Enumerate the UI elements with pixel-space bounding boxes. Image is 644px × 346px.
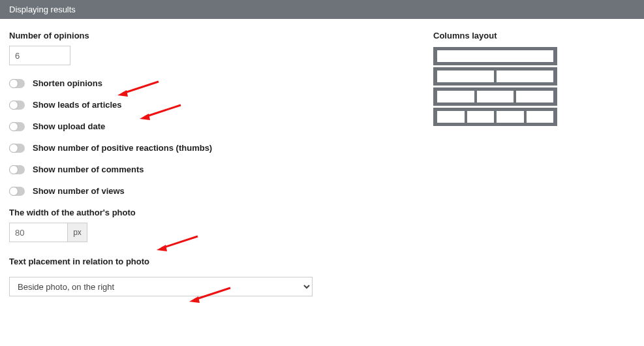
opinions-count-label: Number of opinions (9, 31, 427, 40)
columns-option-2[interactable] (433, 67, 557, 86)
svg-marker-7 (189, 296, 200, 303)
columns-option-1[interactable] (433, 47, 557, 65)
opinions-count-input[interactable] (9, 46, 70, 65)
text-placement-select[interactable]: Beside photo, on the right (9, 277, 313, 296)
layout-cell (437, 50, 553, 62)
section-header-title: Displaying results (9, 5, 76, 14)
toggle-views-count[interactable]: Show number of views (9, 186, 427, 196)
columns-layout-picker (433, 47, 557, 126)
toggle-switch[interactable] (9, 122, 25, 131)
layout-cell (437, 111, 465, 123)
toggle-label: Shorten opinions (33, 78, 102, 88)
toggle-knob (9, 144, 18, 153)
photo-width-row: px (9, 223, 427, 242)
toggle-label: Show number of views (33, 186, 125, 196)
toggle-knob (9, 101, 18, 110)
columns-layout-label: Columns layout (433, 31, 629, 40)
toggle-comments-count[interactable]: Show number of comments (9, 165, 427, 174)
toggle-switch[interactable] (9, 144, 25, 153)
photo-width-input[interactable] (9, 223, 68, 242)
layout-cell (437, 91, 474, 102)
layout-cell (516, 91, 553, 102)
toggle-shorten-opinions[interactable]: Shorten opinions (9, 78, 427, 88)
toggle-switch[interactable] (9, 187, 25, 196)
toggle-label: Show number of comments (33, 165, 144, 174)
toggle-label: Show upload date (33, 121, 105, 131)
photo-width-label: The width of the author's photo (9, 208, 427, 217)
toggle-knob (9, 187, 18, 196)
layout-cell (437, 71, 494, 82)
toggle-switch[interactable] (9, 101, 25, 110)
section-header: Displaying results (0, 0, 644, 19)
toggle-knob (9, 79, 18, 88)
toggle-group: Shorten opinions Show leads of articles … (9, 78, 427, 196)
toggle-switch[interactable] (9, 79, 25, 88)
layout-cell (467, 111, 495, 123)
photo-width-unit: px (68, 223, 87, 242)
text-placement-label: Text placement in relation to photo (9, 257, 427, 266)
toggle-switch[interactable] (9, 165, 25, 174)
toggle-knob (9, 122, 18, 131)
toggle-knob (9, 165, 18, 174)
layout-cell (477, 91, 514, 102)
toggle-positive-reactions[interactable]: Show number of positive reactions (thumb… (9, 143, 427, 153)
layout-cell (497, 111, 524, 123)
toggle-upload-date[interactable]: Show upload date (9, 121, 427, 131)
layout-cell (497, 71, 553, 82)
columns-option-3[interactable] (433, 87, 557, 106)
toggle-label: Show leads of articles (33, 100, 122, 110)
content: Number of opinions Shorten opinions Show… (0, 19, 644, 296)
left-column: Number of opinions Shorten opinions Show… (9, 31, 427, 296)
toggle-label: Show number of positive reactions (thumb… (33, 143, 212, 153)
right-column: Columns layout (433, 31, 629, 296)
toggle-show-leads[interactable]: Show leads of articles (9, 100, 427, 110)
layout-cell (527, 111, 554, 123)
columns-option-4[interactable] (433, 108, 557, 126)
